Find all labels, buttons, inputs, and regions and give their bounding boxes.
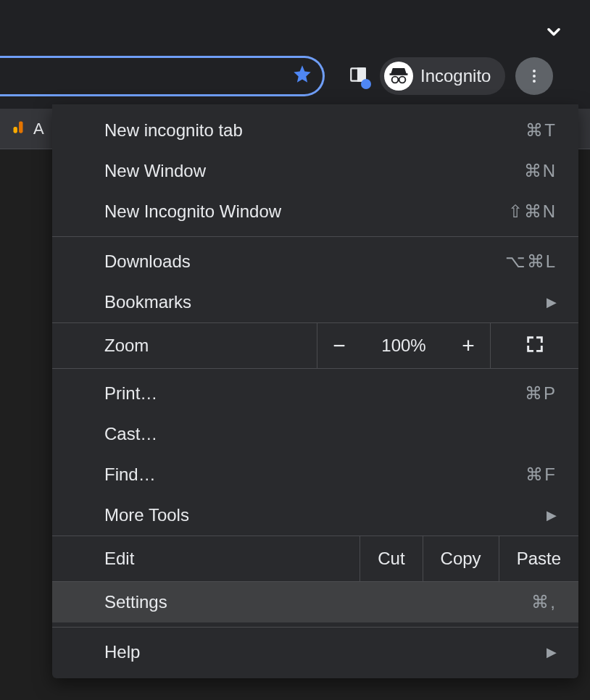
paste-button[interactable]: Paste (499, 536, 578, 581)
window-chevron-down-icon[interactable] (544, 22, 564, 47)
menu-item-new-incognito-window[interactable]: New Incognito Window ⇧⌘N (52, 191, 578, 232)
menu-item-label: Settings (104, 592, 531, 612)
analytics-icon (9, 117, 28, 141)
menu-item-shortcut: ⌘P (525, 383, 557, 404)
menu-item-shortcut: ⌘, (531, 592, 557, 612)
copy-button[interactable]: Copy (423, 536, 499, 581)
menu-item-help[interactable]: Help ▶ (52, 632, 578, 672)
menu-item-more-tools[interactable]: More Tools ▶ (52, 495, 578, 536)
submenu-arrow-icon: ▶ (547, 507, 557, 523)
menu-item-edit: Edit Cut Copy Paste (52, 536, 578, 582)
zoom-label: Zoom (52, 323, 317, 368)
menu-item-shortcut: ⌘N (524, 161, 557, 181)
menu-separator (52, 627, 578, 628)
menu-item-label: New Incognito Window (104, 201, 508, 222)
menu-item-label: Print… (104, 383, 525, 404)
chrome-menu-button[interactable] (515, 57, 553, 95)
menu-item-downloads[interactable]: Downloads ⌥⌘L (52, 241, 578, 282)
menu-item-find[interactable]: Find… ⌘F (52, 454, 578, 495)
edit-label: Edit (52, 536, 360, 581)
menu-item-label: Bookmarks (104, 292, 547, 312)
menu-item-label: Cast… (104, 424, 557, 444)
cut-button[interactable]: Cut (360, 536, 423, 581)
side-panel-button[interactable] (346, 64, 370, 88)
submenu-arrow-icon: ▶ (547, 294, 557, 310)
menu-item-settings[interactable]: Settings ⌘, (52, 582, 578, 622)
svg-rect-9 (14, 127, 17, 133)
address-bar[interactable] (0, 56, 325, 96)
zoom-in-button[interactable]: + (446, 323, 490, 368)
chrome-main-menu: New incognito tab ⌘T New Window ⌘N New I… (52, 104, 578, 678)
menu-item-shortcut: ⌘T (525, 120, 557, 141)
menu-item-new-incognito-tab[interactable]: New incognito tab ⌘T (52, 110, 578, 151)
menu-item-cast[interactable]: Cast… (52, 414, 578, 454)
incognito-label: Incognito (420, 66, 491, 86)
notification-dot-icon (361, 79, 371, 89)
submenu-arrow-icon: ▶ (547, 644, 557, 660)
bookmark-item-label: A (33, 120, 44, 138)
incognito-avatar-icon (384, 62, 413, 91)
svg-point-6 (533, 70, 536, 72)
svg-point-3 (392, 77, 399, 83)
menu-item-shortcut: ⇧⌘N (508, 201, 557, 222)
menu-item-shortcut: ⌥⌘L (505, 251, 557, 272)
menu-item-new-window[interactable]: New Window ⌘N (52, 151, 578, 191)
zoom-value: 100% (361, 323, 446, 368)
menu-item-label: New Window (104, 161, 524, 181)
menu-item-label: Find… (104, 464, 525, 485)
menu-separator (52, 236, 578, 237)
menu-item-label: Downloads (104, 251, 505, 272)
menu-item-label: Help (104, 642, 547, 662)
menu-item-print[interactable]: Print… ⌘P (52, 373, 578, 414)
menu-item-bookmarks[interactable]: Bookmarks ▶ (52, 282, 578, 322)
bookmark-star-icon[interactable] (292, 64, 312, 89)
bookmark-item[interactable]: A (9, 117, 44, 141)
svg-rect-10 (19, 121, 22, 133)
incognito-indicator[interactable]: Incognito (380, 57, 505, 95)
fullscreen-button[interactable] (490, 323, 578, 368)
menu-item-zoom: Zoom − 100% + (52, 322, 578, 369)
fullscreen-icon (525, 334, 545, 357)
menu-item-shortcut: ⌘F (525, 464, 557, 485)
svg-point-7 (533, 75, 536, 78)
browser-toolbar: Incognito (0, 54, 590, 98)
menu-item-label: More Tools (104, 505, 547, 525)
svg-point-4 (399, 77, 406, 83)
zoom-out-button[interactable]: − (317, 323, 361, 368)
svg-point-8 (533, 80, 536, 83)
menu-item-label: New incognito tab (104, 120, 525, 141)
